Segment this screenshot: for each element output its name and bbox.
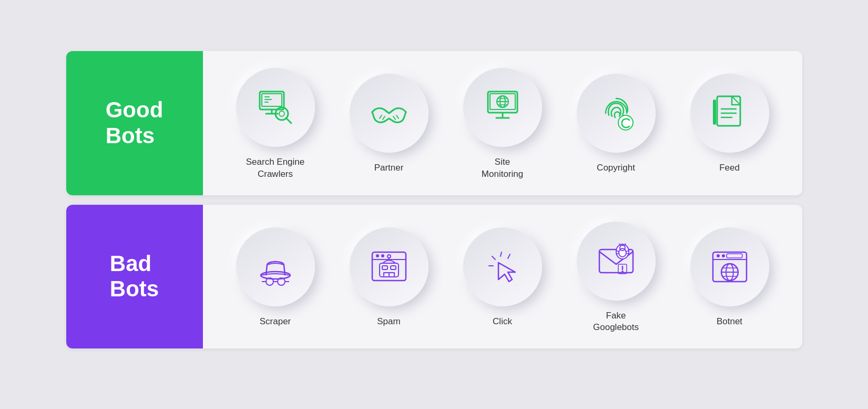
copyright-icon (595, 92, 637, 134)
scraper-icon-circle (236, 227, 315, 306)
svg-rect-24 (713, 99, 716, 125)
bot-item-copyright: Copyright (566, 74, 666, 174)
svg-line-5 (286, 118, 291, 123)
fake-googlebots-icon-circle (577, 222, 656, 301)
bot-item-scraper: Scraper (226, 227, 325, 328)
bot-item-spam: Spam (339, 227, 439, 328)
botnet-icon (709, 246, 751, 288)
svg-point-34 (381, 254, 384, 257)
svg-line-44 (501, 252, 502, 256)
svg-point-25 (261, 272, 290, 279)
fake-googlebots-icon (595, 240, 637, 282)
svg-point-33 (376, 254, 379, 257)
bot-item-search-engine-crawlers: Search Engine Crawlers (226, 68, 325, 181)
bot-item-botnet: Botnet (680, 227, 780, 328)
svg-point-43 (387, 255, 391, 258)
site-monitoring-icon (482, 86, 524, 128)
svg-rect-36 (382, 266, 387, 270)
bad-bots-items: Scraper (203, 205, 802, 349)
svg-line-47 (508, 254, 510, 258)
bad-bots-section: Bad Bots Scra (66, 205, 802, 349)
good-bots-items: Search Engine Crawlers Partner (203, 51, 802, 195)
bot-item-partner: Partner (339, 74, 439, 174)
site-monitoring-icon-circle (463, 68, 542, 147)
bad-bots-label: Bad Bots (66, 205, 203, 349)
search-engine-crawlers-icon (254, 86, 297, 128)
bot-item-fake-googlebots: Fake Googlebots (566, 222, 666, 334)
partner-icon-circle (350, 74, 428, 153)
bot-item-site-monitoring: Site Monitoring (453, 68, 553, 181)
feed-icon-circle (690, 74, 769, 153)
feed-icon (709, 92, 751, 134)
svg-point-59 (621, 271, 624, 273)
svg-line-45 (492, 256, 495, 260)
spam-icon-circle (350, 227, 428, 306)
bot-item-feed: Feed (680, 74, 780, 174)
good-bots-section: Good Bots Search Engine (66, 51, 802, 195)
botnet-icon-circle (690, 227, 769, 306)
click-icon-circle (463, 227, 542, 306)
svg-point-6 (279, 111, 284, 116)
svg-rect-37 (391, 266, 396, 270)
bot-item-click: Click (453, 227, 553, 328)
svg-point-63 (717, 254, 720, 257)
partner-icon (368, 92, 410, 134)
svg-rect-65 (727, 254, 742, 258)
good-bots-label: Good Bots (66, 51, 203, 195)
scraper-icon (254, 246, 297, 288)
search-engine-crawlers-icon-circle (236, 68, 315, 147)
svg-point-64 (722, 254, 725, 257)
svg-rect-1 (262, 94, 282, 106)
spam-icon (368, 246, 410, 288)
click-icon (482, 246, 524, 288)
copyright-icon-circle (577, 74, 656, 153)
